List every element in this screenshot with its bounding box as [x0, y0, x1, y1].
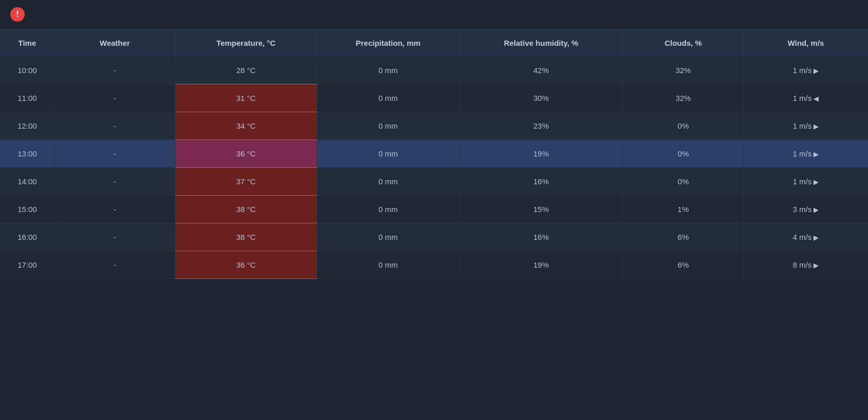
cell-humidity: 23%: [459, 112, 623, 140]
cell-time: 14:00: [0, 168, 55, 196]
table-row: 11:00-31 °C0 mm30%32%1 m/s◀: [0, 84, 868, 112]
cell-time: 16:00: [0, 223, 55, 251]
cell-temperature: 37 °C: [175, 168, 317, 196]
cell-wind: 1 m/s▶: [744, 57, 868, 84]
col-header-wind: Wind, m/s: [744, 29, 868, 57]
cell-time: 11:00: [0, 84, 55, 112]
cell-clouds: 0%: [623, 112, 744, 140]
cell-wind: 8 m/s▶: [744, 251, 868, 279]
table-header-row: Time Weather Temperature, °C Precipitati…: [0, 29, 868, 57]
cell-humidity: 16%: [459, 168, 623, 196]
wind-direction-icon: ◀: [813, 95, 819, 102]
cell-humidity: 15%: [459, 196, 623, 223]
cell-clouds: 1%: [623, 196, 744, 223]
col-header-clouds: Clouds, %: [623, 29, 744, 57]
cell-weather: -: [55, 140, 175, 168]
wind-direction-icon: ▶: [813, 206, 819, 214]
cell-wind: 3 m/s▶: [744, 196, 868, 223]
wind-direction-icon: ▶: [813, 67, 819, 75]
alert-icon: !: [10, 7, 25, 22]
table-row: 12:00-34 °C0 mm23%0%1 m/s▶: [0, 112, 868, 140]
col-header-time: Time: [0, 29, 55, 57]
cell-time: 17:00: [0, 251, 55, 279]
alert-bar: !: [0, 0, 868, 29]
cell-temperature: 34 °C: [175, 112, 317, 140]
cell-wind: 4 m/s▶: [744, 223, 868, 251]
cell-precipitation: 0 mm: [317, 223, 459, 251]
cell-precipitation: 0 mm: [317, 196, 459, 223]
cell-weather: -: [55, 168, 175, 196]
cell-weather: -: [55, 84, 175, 112]
cell-precipitation: 0 mm: [317, 140, 459, 168]
col-header-humidity: Relative humidity, %: [459, 29, 623, 57]
cell-temperature: 38 °C: [175, 196, 317, 223]
wind-direction-icon: ▶: [813, 234, 819, 241]
col-header-precipitation: Precipitation, mm: [317, 29, 459, 57]
cell-humidity: 19%: [459, 140, 623, 168]
cell-precipitation: 0 mm: [317, 251, 459, 279]
cell-clouds: 32%: [623, 57, 744, 84]
cell-clouds: 32%: [623, 84, 744, 112]
table-row: 13:00-36 °C0 mm19%0%1 m/s▶: [0, 140, 868, 168]
cell-time: 10:00: [0, 57, 55, 84]
wind-direction-icon: ▶: [813, 150, 819, 158]
wind-direction-icon: ▶: [813, 178, 819, 186]
cell-weather: -: [55, 251, 175, 279]
cell-clouds: 0%: [623, 168, 744, 196]
cell-temperature: 31 °C: [175, 84, 317, 112]
cell-wind: 1 m/s▶: [744, 112, 868, 140]
cell-wind: 1 m/s◀: [744, 84, 868, 112]
cell-clouds: 0%: [623, 140, 744, 168]
col-header-weather: Weather: [55, 29, 175, 57]
cell-precipitation: 0 mm: [317, 168, 459, 196]
cell-weather: -: [55, 196, 175, 223]
cell-weather: -: [55, 57, 175, 84]
table-row: 14:00-37 °C0 mm16%0%1 m/s▶: [0, 168, 868, 196]
cell-temperature: 36 °C: [175, 251, 317, 279]
cell-wind: 1 m/s▶: [744, 140, 868, 168]
cell-humidity: 16%: [459, 223, 623, 251]
cell-temperature: 38 °C: [175, 223, 317, 251]
cell-temperature: 36 °C: [175, 140, 317, 168]
cell-time: 15:00: [0, 196, 55, 223]
table-row: 16:00-38 °C0 mm16%6%4 m/s▶: [0, 223, 868, 251]
cell-time: 13:00: [0, 140, 55, 168]
cell-humidity: 19%: [459, 251, 623, 279]
table-row: 17:00-36 °C0 mm19%6%8 m/s▶: [0, 251, 868, 279]
weather-table: Time Weather Temperature, °C Precipitati…: [0, 29, 868, 279]
wind-direction-icon: ▶: [813, 122, 819, 130]
cell-humidity: 30%: [459, 84, 623, 112]
table-row: 10:00-28 °C0 mm42%32%1 m/s▶: [0, 57, 868, 84]
table-row: 15:00-38 °C0 mm15%1%3 m/s▶: [0, 196, 868, 223]
cell-precipitation: 0 mm: [317, 84, 459, 112]
wind-direction-icon: ▶: [813, 261, 819, 269]
cell-weather: -: [55, 223, 175, 251]
cell-time: 12:00: [0, 112, 55, 140]
cell-wind: 1 m/s▶: [744, 168, 868, 196]
cell-temperature: 28 °C: [175, 57, 317, 84]
cell-clouds: 6%: [623, 251, 744, 279]
cell-humidity: 42%: [459, 57, 623, 84]
cell-weather: -: [55, 112, 175, 140]
col-header-temperature: Temperature, °C: [175, 29, 317, 57]
cell-precipitation: 0 mm: [317, 57, 459, 84]
cell-clouds: 6%: [623, 223, 744, 251]
cell-precipitation: 0 mm: [317, 112, 459, 140]
